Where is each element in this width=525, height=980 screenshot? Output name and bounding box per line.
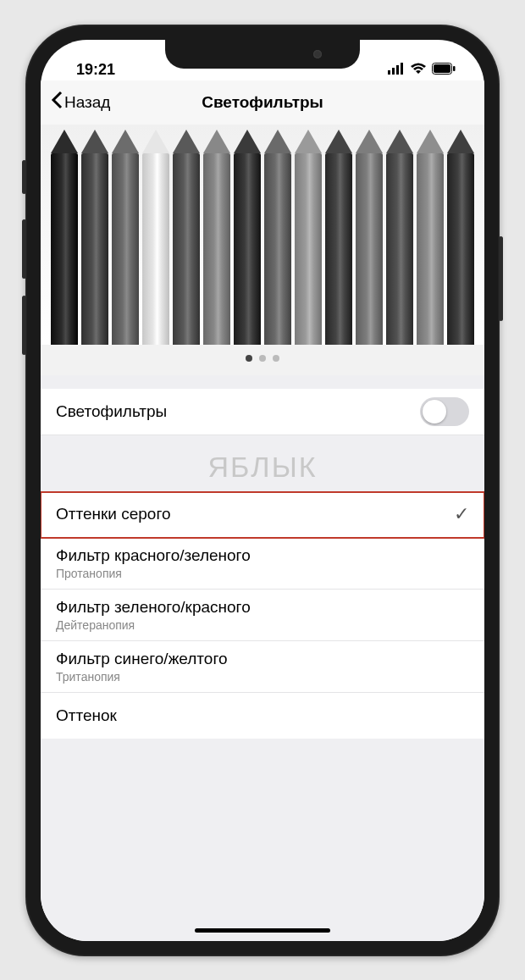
pencil [354, 130, 384, 345]
svg-rect-0 [388, 70, 390, 75]
filter-row[interactable]: Оттенок [41, 693, 484, 739]
page-dot[interactable] [259, 355, 266, 362]
pencil [110, 130, 141, 345]
filter-label-area: Оттенки серого [56, 505, 454, 523]
svg-rect-3 [401, 63, 403, 75]
back-button[interactable]: Назад [51, 91, 110, 114]
filter-label-area: Оттенок [56, 706, 469, 725]
pencil-tip [81, 130, 108, 153]
pencil-body [142, 153, 169, 345]
pencil-body [386, 153, 413, 345]
filter-list: Оттенки серого✓Фильтр красного/зеленогоП… [41, 492, 484, 739]
filter-label: Фильтр зеленого/красного [56, 598, 469, 617]
pencil-body [356, 153, 383, 345]
pencil-tip [325, 130, 352, 153]
pencil [202, 130, 232, 345]
filter-label: Оттенок [56, 706, 469, 725]
pencil-body [234, 153, 261, 345]
back-label: Назад [64, 93, 110, 112]
pencil-preview[interactable] [41, 125, 484, 345]
color-filters-toggle[interactable] [420, 397, 469, 426]
screen: 19:21 Назад Светофильтры [41, 40, 484, 941]
pencil-body [447, 153, 474, 345]
filter-label: Фильтр красного/зеленого [56, 546, 469, 565]
filter-label: Фильтр синего/желтого [56, 650, 469, 668]
pencil-tip [417, 130, 444, 153]
filter-row[interactable]: Фильтр красного/зеленогоПротанопия [41, 538, 484, 590]
filter-sublabel: Дейтеранопия [56, 618, 469, 632]
pencil [293, 130, 323, 345]
svg-rect-2 [396, 65, 399, 75]
pencil [232, 130, 262, 345]
pencil [171, 130, 202, 345]
pencil-body [417, 153, 444, 345]
pencil-body [51, 153, 78, 345]
watermark-text: ЯБЛЫК [41, 435, 484, 492]
toggle-label: Светофильтры [56, 402, 420, 421]
pencil-body [295, 153, 322, 345]
pencil-tip [112, 130, 139, 153]
filter-sublabel: Тританопия [56, 670, 469, 684]
svg-rect-5 [434, 64, 450, 73]
pencil-tip [51, 130, 78, 153]
pencil-tip [142, 130, 169, 153]
svg-rect-6 [453, 66, 456, 71]
pencil-tip [295, 130, 322, 153]
camera-dot [313, 50, 322, 58]
toggle-knob [423, 400, 446, 424]
filter-row[interactable]: Фильтр синего/желтогоТританопия [41, 641, 484, 693]
page-dot[interactable] [246, 355, 252, 362]
pencil-body [173, 153, 200, 345]
pencil [323, 130, 354, 345]
notch [165, 40, 360, 69]
section-gap [41, 375, 484, 389]
chevron-left-icon [51, 91, 63, 114]
signal-icon [388, 61, 405, 79]
pencil-tip [173, 130, 200, 153]
status-icons [388, 61, 461, 79]
pencil [141, 130, 171, 345]
svg-rect-1 [392, 68, 395, 75]
checkmark-icon: ✓ [454, 503, 469, 525]
side-button-mute [22, 160, 26, 194]
pencil [415, 130, 445, 345]
pencil [49, 130, 80, 345]
nav-bar: Назад Светофильтры [41, 80, 484, 125]
phone-frame: 19:21 Назад Светофильтры [25, 25, 500, 956]
pencil-tip [356, 130, 383, 153]
color-filters-toggle-row[interactable]: Светофильтры [41, 389, 484, 435]
battery-icon [432, 61, 456, 79]
pencil-body [325, 153, 352, 345]
pencil-tip [264, 130, 291, 153]
pencil [384, 130, 415, 345]
wifi-icon [410, 61, 427, 79]
pencil-tip [203, 130, 230, 153]
pencil [262, 130, 293, 345]
pencil-tip [447, 130, 474, 153]
pencil-body [81, 153, 108, 345]
filter-label-area: Фильтр синего/желтогоТританопия [56, 650, 469, 684]
status-time: 19:21 [64, 61, 115, 79]
filter-label-area: Фильтр красного/зеленогоПротанопия [56, 546, 469, 580]
pencil-body [203, 153, 230, 345]
filter-sublabel: Протанопия [56, 567, 469, 580]
pencil-body [112, 153, 139, 345]
empty-space [41, 739, 484, 941]
filter-row[interactable]: Оттенки серого✓ [41, 492, 484, 538]
filter-label-area: Фильтр зеленого/красногоДейтеранопия [56, 598, 469, 632]
pencil [445, 130, 476, 345]
filter-row[interactable]: Фильтр зеленого/красногоДейтеранопия [41, 590, 484, 641]
page-dot[interactable] [273, 355, 279, 362]
filter-label: Оттенки серого [56, 505, 454, 523]
pencil-body [264, 153, 291, 345]
side-button-power [499, 236, 503, 321]
side-button-vol-down [22, 296, 26, 355]
pencil [80, 130, 110, 345]
pencil-tip [234, 130, 261, 153]
side-button-vol-up [22, 219, 26, 279]
home-indicator[interactable] [195, 928, 330, 933]
pencil-tip [386, 130, 413, 153]
page-indicator[interactable] [41, 345, 484, 375]
